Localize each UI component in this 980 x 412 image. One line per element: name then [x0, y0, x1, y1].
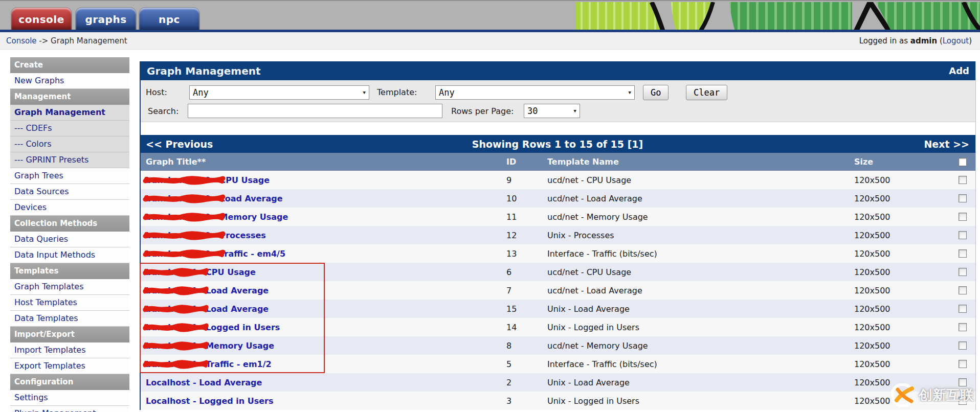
graph-title-link[interactable]: banshanlan30 - CPU Usage	[146, 175, 270, 185]
template-select[interactable]: Any ▼	[435, 85, 635, 100]
sidebar-item-graph-management[interactable]: Graph Management	[10, 105, 129, 121]
logged-in-label: Logged in as	[859, 36, 908, 45]
table-header-row: Graph Title** ID Template Name Size	[141, 153, 975, 171]
sidebar-item-graph-templates[interactable]: Graph Templates	[10, 279, 129, 295]
add-link[interactable]: Add	[949, 65, 969, 76]
graph-title-link[interactable]: banshu244 - Load Average	[146, 304, 269, 314]
sidebar-item-data-templates[interactable]: Data Templates	[10, 311, 129, 327]
next-link[interactable]: Next >>	[754, 139, 975, 150]
tab-graphs[interactable]: graphs	[76, 8, 136, 31]
column-template-name[interactable]: Template Name	[547, 157, 854, 167]
graph-id: 8	[506, 341, 547, 351]
sidebar-section-header: Templates	[10, 263, 129, 279]
search-input[interactable]	[188, 104, 442, 118]
graph-id: 15	[506, 304, 547, 314]
row-checkbox[interactable]	[959, 305, 967, 313]
sidebar-item-data-sources[interactable]: Data Sources	[10, 184, 129, 200]
sidebar-item-plugin-management[interactable]: Plugin Management	[10, 406, 129, 412]
table-row: banshu244 - Memory Usage 8 ucd/net - Mem…	[141, 336, 975, 355]
template-name: ucd/net - Load Average	[547, 286, 854, 295]
row-checkbox[interactable]	[959, 194, 967, 202]
breadcrumb: Console -> Graph Management	[0, 36, 127, 45]
graph-title-link[interactable]: banshanlan30 - Load Average	[146, 194, 283, 203]
row-checkbox[interactable]	[959, 378, 967, 386]
template-name: Unix - Load Average	[547, 304, 854, 314]
clear-button[interactable]: Clear	[686, 85, 727, 100]
graph-title-link[interactable]: banshu244 - Traffic - em1/2	[146, 359, 272, 369]
graph-size: 120x500	[854, 194, 951, 203]
row-checkbox[interactable]	[959, 341, 967, 350]
template-name: ucd/net - Memory Usage	[547, 212, 854, 222]
row-checkbox[interactable]	[959, 176, 967, 184]
search-label: Search:	[148, 106, 179, 116]
graph-title-link[interactable]: Localhost - Load Average	[146, 378, 262, 387]
graph-title-link[interactable]: banshanlan30 - Processes	[146, 231, 266, 240]
sidebar-item-devices[interactable]: Devices	[10, 200, 129, 216]
spacer	[141, 122, 975, 135]
table-row: banshanlan30 - Memory Usage 11 ucd/net -…	[141, 208, 975, 226]
sidebar-item-graph-trees[interactable]: Graph Trees	[10, 168, 129, 184]
graph-title-link[interactable]: Localhost - Logged in Users	[146, 396, 273, 406]
breadcrumb-bar: Console -> Graph Management Logged in as…	[0, 32, 980, 50]
select-all-checkbox[interactable]	[959, 158, 967, 166]
template-name: Unix - Logged in Users	[547, 323, 854, 332]
table-row: banshanlan30 - Load Average 10 ucd/net -…	[141, 189, 975, 208]
template-name: Unix - Processes	[547, 231, 854, 240]
go-button[interactable]: Go	[643, 85, 669, 100]
table-row: Localhost - Logged in Users 3 Unix - Log…	[141, 392, 975, 410]
row-checkbox[interactable]	[959, 231, 967, 239]
graph-title-link[interactable]: banshu244 - CPU Usage	[146, 267, 256, 277]
graph-title-link[interactable]: banshanlan30 - Memory Usage	[146, 212, 288, 222]
table-row: banshu244 - Load Average 7 ucd/net - Loa…	[141, 281, 975, 300]
graph-id: 6	[506, 267, 547, 277]
column-graph-title[interactable]: Graph Title**	[141, 157, 506, 167]
tab-console[interactable]: console	[11, 8, 72, 31]
cactus-artwork	[576, 2, 980, 31]
template-name: Interface - Traffic (bits/sec)	[547, 359, 854, 369]
table-rows: banshanlan30 - CPU Usage 9 ucd/net - CPU…	[141, 171, 975, 410]
row-checkbox[interactable]	[959, 397, 967, 405]
row-checkbox[interactable]	[959, 249, 967, 258]
graph-title-link[interactable]: banshu244 - Load Average	[146, 286, 269, 295]
sidebar-item-export-templates[interactable]: Export Templates	[10, 358, 129, 374]
column-size[interactable]: Size	[854, 157, 951, 167]
graph-title-link[interactable]: banshanlan30 - Traffic - em4/5	[146, 249, 285, 259]
template-label: Template:	[377, 87, 417, 97]
graph-title-link[interactable]: banshu244 - Logged in Users	[146, 323, 280, 332]
graph-size: 120x500	[854, 341, 951, 351]
column-id[interactable]: ID	[506, 157, 547, 167]
sidebar-item-gprint-presets[interactable]: --- GPRINT Presets	[10, 152, 129, 168]
sidebar-item-host-templates[interactable]: Host Templates	[10, 295, 129, 311]
row-checkbox[interactable]	[959, 213, 967, 221]
host-select-value: Any	[193, 87, 209, 98]
graph-title-link[interactable]: banshu244 - Memory Usage	[146, 341, 274, 351]
template-name: Unix - Logged in Users	[547, 396, 854, 406]
sidebar-item-data-input-methods[interactable]: Data Input Methods	[10, 247, 129, 263]
template-select-value: Any	[439, 87, 455, 98]
pagination-status: Showing Rows 1 to 15 of 15 [1]	[361, 139, 754, 150]
sidebar-item-import-templates[interactable]: Import Templates	[10, 342, 129, 358]
template-name: ucd/net - Load Average	[547, 194, 854, 203]
row-checkbox[interactable]	[959, 268, 967, 276]
sidebar-item-colors[interactable]: --- Colors	[10, 136, 129, 152]
sidebar-item-new-graphs[interactable]: New Graphs	[10, 73, 129, 89]
previous-link[interactable]: << Previous	[141, 139, 361, 150]
row-checkbox[interactable]	[959, 323, 967, 331]
tab-npc[interactable]: npc	[139, 8, 199, 31]
table-row: banshu244 - Traffic - em1/2 5 Interface …	[141, 355, 975, 373]
graph-size: 120x500	[854, 175, 951, 185]
pagination-bar: << Previous Showing Rows 1 to 15 of 15 […	[141, 135, 975, 153]
breadcrumb-current: Graph Management	[51, 36, 127, 45]
graph-id: 2	[506, 378, 547, 387]
template-name: ucd/net - CPU Usage	[547, 267, 854, 277]
breadcrumb-console-link[interactable]: Console	[6, 36, 37, 45]
logout-link[interactable]: Logout	[943, 36, 969, 45]
rows-per-page-select[interactable]: 30 ▼	[524, 104, 580, 118]
row-checkbox[interactable]	[959, 286, 967, 294]
row-checkbox[interactable]	[959, 360, 967, 368]
host-select[interactable]: Any ▼	[189, 85, 369, 100]
sidebar-item-data-queries[interactable]: Data Queries	[10, 232, 129, 247]
sidebar-item-cdefs[interactable]: --- CDEFs	[10, 121, 129, 136]
sidebar-item-settings[interactable]: Settings	[10, 390, 129, 406]
sidebar-section-header: Management	[10, 89, 129, 105]
